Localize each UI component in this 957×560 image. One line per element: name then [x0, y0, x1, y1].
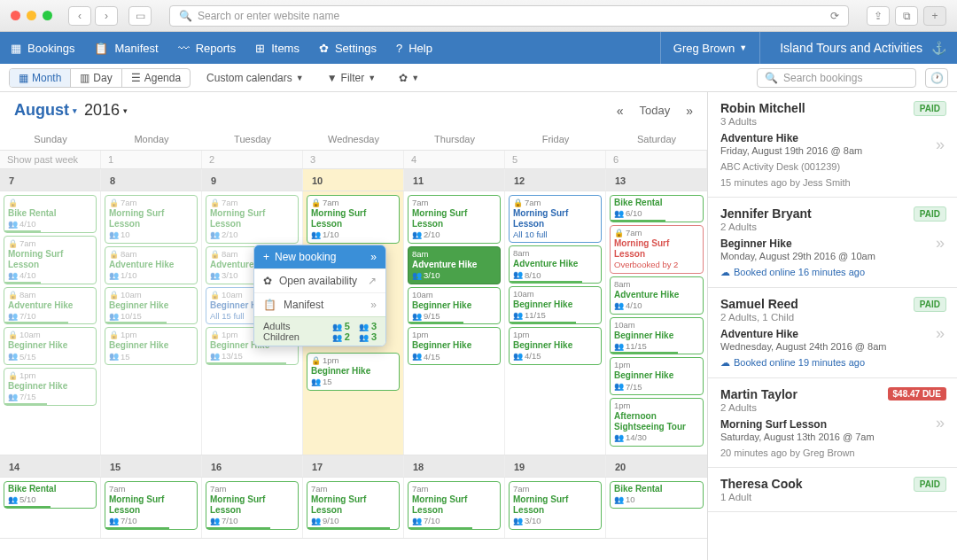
caret-down-icon: ▾ [123, 106, 128, 115]
event[interactable]: 🔒1pmBeginner Hike15 [105, 327, 198, 365]
event[interactable]: 1pmAfternoon Sightseeing Tour14/30 [610, 398, 704, 447]
nav-bookings[interactable]: ▦Bookings [11, 42, 74, 55]
view-month[interactable]: ▦Month [10, 69, 71, 87]
user-dropdown[interactable]: Greg Brown▼ [660, 32, 760, 64]
day-cell-17[interactable]: 7am Morning Surf Lesson9/10 [303, 478, 404, 538]
people-icon [109, 229, 119, 240]
filter-dropdown[interactable]: ▼Filter ▼ [320, 69, 383, 87]
booking-item[interactable]: Martin Taylor 2 Adults $48.47 DUE Mornin… [708, 378, 957, 468]
day-cell-13[interactable]: Bike Rental6/10 🔒7amMorning Surf LessonO… [606, 191, 707, 455]
year-selector[interactable]: 2016▾ [84, 101, 128, 120]
event-selected[interactable]: 8amAdventure Hike3/10 [408, 246, 501, 284]
view-agenda[interactable]: ☰Agenda [122, 69, 190, 87]
event[interactable]: 7am Morning Surf Lesson7/10 [408, 481, 501, 530]
people-icon [311, 377, 321, 387]
day-cell-16[interactable]: 7am Morning Surf Lesson7/10 [202, 478, 303, 538]
event[interactable]: 7am Morning Surf Lesson7/10 [206, 481, 299, 530]
event[interactable]: 🔒8amAdventure Hike7/10 [4, 287, 97, 325]
refresh-icon[interactable]: ⟳ [830, 10, 839, 22]
event[interactable]: 7am Morning Surf Lesson9/10 [307, 481, 400, 530]
people-icon [412, 516, 422, 526]
event[interactable]: 🔒1pmBeginner Hike7/15 [4, 368, 97, 406]
nav-items[interactable]: ⊞Items [255, 42, 300, 55]
show-past-week[interactable]: Show past week [0, 151, 101, 168]
grid-icon: ⊞ [255, 42, 265, 55]
nav-help[interactable]: ?Help [396, 42, 432, 55]
event[interactable]: 🔒Bike Rental4/10 [4, 195, 97, 233]
booking-item[interactable]: Robin Mitchell 3 Adults PAID Adventure H… [708, 92, 957, 198]
event[interactable]: Bike Rental6/10 [610, 195, 704, 222]
booking-item[interactable]: Theresa Cook 1 Adult PAID [708, 468, 957, 512]
past-week-row[interactable]: Show past week 1 2 3 4 5 6 [0, 151, 707, 169]
minimize-window[interactable] [27, 11, 36, 20]
nav-manifest[interactable]: 📋Manifest [94, 42, 158, 55]
day-cell-8[interactable]: 🔒7amMorning Surf Lesson10 🔒8amAdventure … [101, 191, 202, 455]
event[interactable]: 🔒7amMorning Surf Lesson2/10 [206, 195, 299, 244]
event[interactable]: 🔒8amAdventure Hike1/10 [105, 246, 198, 284]
event[interactable]: 1pm Beginner Hike4/15 [509, 327, 602, 365]
event[interactable]: 🔒10amBeginner Hike10/15 [105, 287, 198, 325]
event[interactable]: 10am Beginner Hike11/15 [610, 317, 704, 355]
day-cell-20[interactable]: Bike Rental10 [606, 478, 707, 538]
share-button[interactable]: ⇪ [867, 6, 890, 26]
event[interactable]: Bike Rental10 [610, 481, 704, 509]
event[interactable]: 1pm Beginner Hike7/15 [610, 357, 704, 395]
booking-item[interactable]: Samuel Reed 2 Adults, 1 Child PAID Adven… [708, 288, 957, 378]
forward-button[interactable]: › [95, 6, 118, 26]
event[interactable]: 🔒7amMorning Surf Lesson1/10 [307, 195, 400, 244]
day-cell-18[interactable]: 7am Morning Surf Lesson7/10 [404, 478, 505, 538]
today-button[interactable]: Today [640, 104, 671, 117]
custom-calendars-dropdown[interactable]: Custom calendars ▼ [199, 69, 311, 87]
event[interactable]: 1pm Beginner Hike4/15 [408, 327, 501, 365]
recent-activity-button[interactable]: 🕐 [925, 68, 948, 88]
event[interactable]: 10am Beginner Hike9/15 [408, 287, 501, 325]
day-cell-14[interactable]: Bike Rental5/10 [0, 478, 101, 538]
event[interactable]: 🔒7amMorning Surf Lesson10 [105, 195, 198, 244]
settings-dropdown[interactable]: ✿▼ [392, 69, 426, 87]
month-selector[interactable]: August▾ [14, 101, 77, 120]
cloud-icon: ☁ [720, 267, 730, 278]
event[interactable]: 7am Morning Surf Lesson7/10 [105, 481, 198, 530]
prev-button[interactable]: « [617, 104, 624, 118]
open-availability-button[interactable]: ✿Open availability↗ [254, 268, 385, 292]
next-button[interactable]: » [686, 104, 693, 118]
month-icon: ▦ [19, 72, 28, 84]
event[interactable]: 🔒10amBeginner Hike5/15 [4, 327, 97, 365]
event[interactable]: 🔒1pmBeginner Hike15 [307, 353, 400, 391]
event[interactable]: 🔒7amMorning Surf LessonAll 10 full [509, 195, 602, 243]
gear-icon: ✿ [263, 275, 272, 287]
event[interactable]: 7am Morning Surf Lesson3/10 [509, 481, 602, 530]
search-bookings-input[interactable]: 🔍Search bookings [757, 68, 916, 88]
event[interactable]: Bike Rental5/10 [4, 481, 97, 509]
event[interactable]: 8amAdventure Hike8/10 [509, 245, 602, 284]
close-window[interactable] [11, 11, 20, 20]
event[interactable]: 🔒7amMorning Surf Lesson4/10 [4, 236, 97, 284]
people-icon [8, 392, 18, 402]
calendar: August▾ 2016▾ « Today » Sunday Monday Tu… [0, 92, 707, 560]
day-cell-15[interactable]: 7am Morning Surf Lesson7/10 [101, 478, 202, 538]
day-cell-7[interactable]: 🔒Bike Rental4/10 🔒7amMorning Surf Lesson… [0, 191, 101, 455]
nav-settings[interactable]: ✿Settings [319, 42, 377, 55]
day-cell-11[interactable]: 7am Morning Surf Lesson2/10 8amAdventure… [404, 191, 505, 455]
event[interactable]: 10am Beginner Hike11/15 [509, 286, 602, 324]
view-day[interactable]: ▥Day [71, 69, 121, 87]
url-bar[interactable]: 🔍 Search or enter website name ⟳ [169, 5, 849, 27]
day-cell-19[interactable]: 7am Morning Surf Lesson3/10 [505, 478, 606, 538]
lock-icon: 🔒 [513, 198, 523, 207]
event-overbooked[interactable]: 🔒7amMorning Surf LessonOverbooked by 2 [610, 225, 704, 274]
tabs-button[interactable]: ⧉ [895, 6, 918, 26]
event[interactable]: 7am Morning Surf Lesson2/10 [408, 195, 501, 244]
booking-item[interactable]: Jennifer Bryant 2 Adults PAID Beginner H… [708, 198, 957, 288]
company-name[interactable]: Island Tours and Activities⚓ [780, 41, 946, 55]
event[interactable]: 8amAdventure Hike4/10 [610, 276, 704, 315]
nav-reports[interactable]: 〰Reports [178, 42, 237, 55]
sidebar-toggle[interactable]: ▭ [128, 6, 152, 26]
back-button[interactable]: ‹ [68, 6, 91, 26]
people-icon [109, 311, 119, 322]
new-tab-button[interactable]: + [923, 6, 946, 26]
manifest-button[interactable]: 📋Manifest» [254, 292, 385, 316]
maximize-window[interactable] [43, 11, 52, 20]
day-cell-12[interactable]: 🔒7amMorning Surf LessonAll 10 full 8amAd… [505, 191, 606, 455]
caret-down-icon: ▼ [411, 74, 419, 82]
new-booking-button[interactable]: +New booking» [254, 245, 385, 268]
